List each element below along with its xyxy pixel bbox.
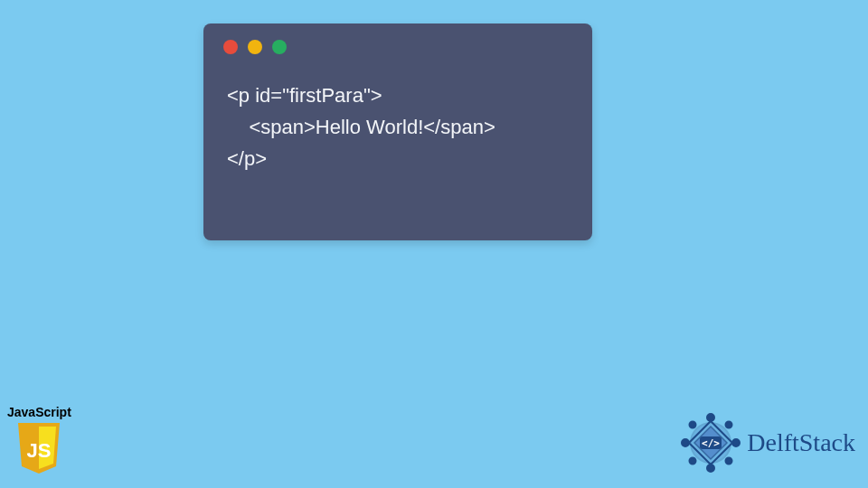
delftstack-brand-text: DelftStack [747, 428, 855, 457]
delft-tag: </> [702, 437, 720, 449]
code-window: <p id="firstPara"> <span>Hello World!</s… [203, 23, 592, 240]
code-line-2: <span>Hello World!</span> [227, 116, 495, 138]
close-icon[interactable] [223, 40, 238, 54]
code-content: <p id="firstPara"> <span>Hello World!</s… [203, 54, 592, 175]
js-letters: JS [27, 439, 52, 462]
svg-point-8 [726, 458, 732, 465]
minimize-icon[interactable] [248, 40, 262, 54]
window-controls [203, 23, 592, 54]
delftstack-logo: </> DelftStack [680, 412, 855, 474]
maximize-icon[interactable] [272, 40, 287, 54]
svg-point-7 [690, 458, 696, 465]
javascript-badge: JavaScript JS [7, 405, 71, 475]
javascript-shield-icon: JS [14, 421, 63, 475]
svg-point-5 [690, 422, 696, 428]
svg-point-6 [726, 422, 732, 428]
code-line-3: </p> [227, 147, 267, 170]
code-line-1: <p id="firstPara"> [227, 84, 382, 107]
delftstack-ornament-icon: </> [680, 412, 741, 474]
javascript-label: JavaScript [7, 405, 71, 419]
